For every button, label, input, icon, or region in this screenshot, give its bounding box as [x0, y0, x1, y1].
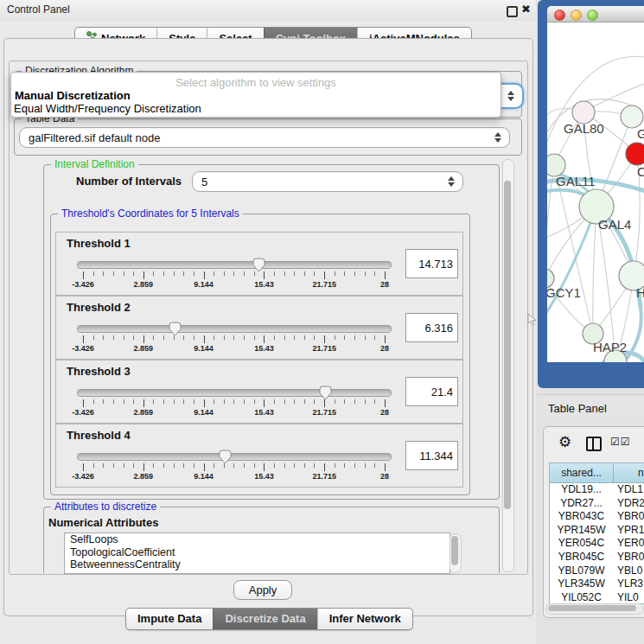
node-label: GAL11	[556, 174, 596, 188]
attributes-group-title: Attributes to discretize	[51, 501, 160, 513]
table-cell: YPR145W	[550, 524, 613, 538]
network-window-titlebar[interactable]	[547, 6, 644, 22]
gear-icon[interactable]: ⚙	[558, 433, 571, 451]
node-g[interactable]	[621, 105, 643, 128]
slider-track[interactable]	[77, 261, 392, 269]
zoom-traffic-light[interactable]	[587, 10, 598, 21]
slider-track[interactable]	[77, 389, 392, 397]
threshold-3-panel: Threshold 3 -3.426 2.859 9.144 15.43 21.…	[55, 360, 463, 424]
apply-button[interactable]: Apply	[233, 580, 292, 600]
network-graph: GAL80 G. C GAL11 GAL4 GCY1 H HAP2	[547, 22, 644, 362]
checkbox-icons[interactable]: ☑☑	[610, 436, 631, 448]
threshold-2-panel: Threshold 2 -3.426 2.859 9.144 15.43 21.…	[55, 296, 463, 360]
network-canvas[interactable]: GAL80 G. C GAL11 GAL4 GCY1 H HAP2	[547, 22, 644, 362]
settings-scrollbar[interactable]	[502, 159, 514, 572]
minimize-traffic-light[interactable]	[571, 10, 582, 21]
node-label: GAL4	[598, 217, 631, 232]
tab-discretize-data[interactable]: Discretize Data	[213, 609, 316, 629]
node-label: GCY1	[547, 285, 581, 300]
control-panel: Control Panel ✖ Network Style Select Cyn…	[0, 0, 536, 644]
node-red-selected[interactable]	[626, 143, 644, 165]
table-column-shared-values[interactable]: YDL19... YDR27... YBR043C YPR145W YER054…	[550, 483, 613, 604]
table-cell: YDL1	[617, 483, 644, 497]
table-cell: YLR3	[617, 577, 644, 591]
node-label: H	[636, 285, 644, 300]
column-layout-icon[interactable]	[586, 437, 602, 451]
slider-handle[interactable]	[219, 450, 232, 464]
threshold-label: Threshold 1	[67, 237, 131, 250]
menu-item-equal-width-frequency[interactable]: Equal Width/Frequency Discretization	[14, 102, 201, 115]
table-cell: YER0	[617, 537, 644, 551]
slider-tick-labels: -3.426 2.859 9.144 15.43 21.715 28	[83, 408, 385, 418]
table-cell: YDR27...	[550, 497, 613, 511]
table-column-name-values[interactable]: YDL1 YDR2 YBR0 YPR1 YER0 YBR0 YBL0 YLR3 …	[617, 483, 644, 604]
threshold-1-value-field[interactable]: 14.713	[405, 249, 458, 278]
list-item[interactable]: BetweennessCentrality	[65, 558, 450, 571]
table-cell: YBL0	[617, 564, 644, 578]
threshold-1-panel: Threshold 1 -3.426 2.859 9.144 15.43 21.…	[55, 232, 463, 296]
thresholds-group-title: Threshold's Coordinates for 5 Intervals	[58, 207, 243, 220]
slider-track[interactable]	[77, 325, 392, 333]
table-cell: YIL052C	[550, 591, 613, 604]
column-header-name[interactable]: na	[614, 463, 644, 483]
slider-major-ticks	[83, 271, 386, 279]
algorithm-dropdown-popup: Select algorithm to view settings Manual…	[10, 72, 501, 118]
numerical-attributes-list[interactable]: SelfLoops TopologicalCoefficient Between…	[64, 532, 450, 574]
threshold-label: Threshold 4	[67, 429, 131, 442]
threshold-1-slider[interactable]: -3.426 2.859 9.144 15.43 21.715 28	[73, 257, 393, 293]
interval-definition-title: Interval Definition	[51, 158, 138, 170]
table-cell: YBR045C	[550, 551, 613, 564]
menu-item-manual-discretization[interactable]: Manual Discretization	[15, 89, 131, 102]
threshold-4-value-field[interactable]: 11.344	[405, 441, 458, 470]
table-cell: YDL19...	[550, 483, 613, 497]
scrollbar-thumb[interactable]	[451, 536, 458, 565]
table-panel-bar: Table Panel	[538, 394, 644, 421]
table-cell: YLR345W	[550, 577, 613, 591]
scrollbar-thumb[interactable]	[504, 181, 511, 509]
threshold-3-value-field[interactable]: 21.4	[405, 377, 458, 406]
scrollbar-thumb[interactable]	[548, 605, 636, 611]
attributes-list-scrollbar[interactable]	[450, 533, 462, 573]
slider-tick-labels: -3.426 2.859 9.144 15.43 21.715 28	[83, 344, 385, 354]
threshold-2-value-field[interactable]: 6.316	[405, 313, 458, 342]
slider-major-ticks	[83, 463, 386, 471]
panel-title: Control Panel	[7, 3, 70, 16]
table-cell: YIL0	[617, 591, 644, 604]
slider-handle[interactable]	[169, 322, 182, 336]
tab-impute-data[interactable]: Impute Data	[126, 609, 213, 629]
table-panel-title: Table Panel	[548, 402, 607, 415]
slider-major-ticks	[83, 399, 386, 407]
numerical-attributes-label: Numerical Attributes	[48, 516, 158, 529]
column-header-shared[interactable]: shared...	[550, 463, 614, 483]
threshold-2-slider[interactable]: -3.426 2.859 9.144 15.43 21.715 28	[73, 321, 393, 357]
node-label: HAP2	[593, 340, 627, 354]
list-item[interactable]: SelfLoops	[65, 533, 450, 546]
algorithm-placeholder: Select algorithm to view settings	[11, 76, 501, 89]
threshold-4-panel: Threshold 4 -3.426 2.859 9.144 15.43 21.…	[55, 424, 463, 488]
slider-track[interactable]	[77, 453, 392, 461]
node-label: G.	[637, 126, 644, 141]
combo-stepper-icon	[507, 91, 514, 101]
threshold-4-slider[interactable]: -3.426 2.859 9.144 15.43 21.715 28	[73, 449, 393, 485]
num-intervals-combobox[interactable]: 5	[192, 171, 463, 192]
network-view-inner: GAL80 G. C GAL11 GAL4 GCY1 H HAP2	[547, 6, 644, 362]
threshold-label: Threshold 2	[67, 301, 131, 314]
table-cell: YPR1	[617, 524, 644, 538]
mouse-cursor	[527, 313, 537, 329]
node-attribute-table[interactable]: shared... na YDL19... YDR27... YBR043C Y…	[549, 462, 644, 604]
table-cell: YDR2	[617, 497, 644, 511]
slider-handle[interactable]	[319, 386, 332, 400]
float-window-icon[interactable]	[507, 6, 518, 17]
slider-handle[interactable]	[252, 258, 265, 272]
threshold-label: Threshold 3	[67, 365, 131, 378]
close-traffic-light[interactable]	[554, 10, 565, 21]
list-item[interactable]: TopologicalCoefficient	[65, 546, 450, 559]
close-icon[interactable]: ✖	[521, 3, 531, 16]
table-data-combobox[interactable]: galFiltered.sif default node	[19, 127, 510, 148]
node-label: C	[637, 164, 644, 179]
tab-infer-network[interactable]: Infer Network	[317, 609, 412, 629]
table-horizontal-scrollbar[interactable]	[545, 603, 644, 615]
bottom-tab-bar: Impute Data Discretize Data Infer Networ…	[125, 608, 413, 630]
table-panel-box: ⚙ ☑☑ shared... na YDL19... YDR27... YBR0…	[543, 426, 644, 618]
threshold-3-slider[interactable]: -3.426 2.859 9.144 15.43 21.715 28	[73, 385, 393, 421]
